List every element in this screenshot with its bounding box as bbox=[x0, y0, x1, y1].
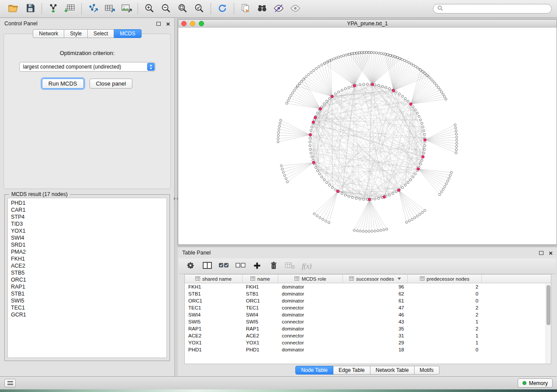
table-cell: STB1 bbox=[185, 290, 242, 297]
table-row[interactable]: SWI5SWI5connector431 bbox=[185, 318, 551, 325]
open-file-button[interactable] bbox=[5, 1, 22, 16]
delete-column-button[interactable] bbox=[268, 260, 279, 273]
tab-motifs[interactable]: Motifs bbox=[415, 366, 439, 375]
column-type-icon bbox=[250, 276, 255, 282]
tab-style[interactable]: Style bbox=[64, 29, 88, 38]
table-row[interactable]: RAP1RAP1dominator352 bbox=[185, 325, 551, 332]
tab-network-table[interactable]: Network Table bbox=[370, 366, 415, 375]
column-header-successor-nodes[interactable]: successor nodes bbox=[343, 275, 408, 283]
list-item[interactable]: SRD1 bbox=[8, 241, 166, 248]
list-item[interactable]: GCR1 bbox=[8, 311, 166, 318]
zoom-in-button[interactable] bbox=[141, 1, 158, 16]
export-image-button[interactable] bbox=[118, 1, 135, 16]
table-cell: YOX1 bbox=[242, 339, 278, 346]
find-button[interactable] bbox=[254, 1, 270, 16]
table-row[interactable]: SWI4SWI4dominator462 bbox=[185, 311, 551, 318]
window-maximize-button[interactable] bbox=[199, 21, 204, 26]
delete-table-button-disabled bbox=[284, 260, 296, 273]
float-panel-icon[interactable] bbox=[156, 22, 161, 26]
column-header-predecessor-nodes[interactable]: predecessor nodes bbox=[408, 275, 482, 283]
tab-node-table[interactable]: Node Table bbox=[295, 366, 333, 375]
list-item[interactable]: ORC1 bbox=[8, 276, 166, 283]
zoom-selected-button[interactable] bbox=[191, 1, 208, 16]
table-cell: RAP1 bbox=[185, 325, 242, 332]
list-item[interactable]: STB5 bbox=[8, 269, 166, 276]
scrollbar-thumb[interactable] bbox=[547, 285, 550, 325]
table-scrollbar[interactable] bbox=[546, 284, 551, 364]
zoom-out-button[interactable] bbox=[158, 1, 174, 16]
export-network-button[interactable] bbox=[85, 1, 101, 16]
node-table: shared name name MCDS role successo bbox=[184, 274, 551, 364]
table-row[interactable]: FKH1FKH1dominator962 bbox=[185, 283, 551, 290]
panel-splitter[interactable] bbox=[175, 18, 177, 376]
refresh-icon bbox=[217, 3, 228, 15]
float-table-panel-icon[interactable] bbox=[539, 251, 543, 255]
tab-select[interactable]: Select bbox=[88, 29, 114, 38]
table-row[interactable]: PHD1PHD1dominator180 bbox=[185, 346, 551, 353]
table-settings-button[interactable] bbox=[185, 260, 196, 273]
table-row[interactable]: ORC1ORC1dominator610 bbox=[185, 297, 551, 304]
column-header-shared-name[interactable]: shared name bbox=[185, 275, 242, 283]
import-table-button[interactable] bbox=[62, 1, 78, 16]
memory-button[interactable]: Memory bbox=[518, 378, 553, 388]
export-table-button[interactable] bbox=[101, 1, 118, 16]
save-session-button[interactable] bbox=[22, 1, 38, 16]
column-header-name[interactable]: name bbox=[242, 275, 278, 283]
close-panel-icon[interactable]: × bbox=[166, 21, 170, 27]
network-window-title: YPA_prune.txt_1 bbox=[178, 21, 557, 27]
export-network-icon bbox=[87, 3, 99, 15]
list-item[interactable]: SWI4 bbox=[8, 234, 166, 241]
table-cell: connector bbox=[278, 318, 343, 325]
list-item[interactable]: ACE2 bbox=[8, 262, 166, 269]
tab-network[interactable]: Network bbox=[33, 29, 64, 38]
criterion-select[interactable]: largest connected component (undirected) bbox=[19, 62, 156, 72]
run-mcds-button[interactable]: Run MCDS bbox=[42, 79, 84, 89]
list-item[interactable]: PMA2 bbox=[8, 248, 166, 255]
table-row[interactable]: TEC1TEC1connector472 bbox=[185, 304, 551, 311]
refresh-button[interactable] bbox=[214, 1, 231, 16]
select-all-icon bbox=[218, 261, 229, 271]
hide-selected-button[interactable] bbox=[270, 1, 287, 16]
eye-icon bbox=[290, 3, 301, 15]
import-network-button[interactable] bbox=[45, 1, 62, 16]
main-area: Control Panel × Network Style Select MCD… bbox=[0, 18, 557, 376]
zoom-fit-button[interactable] bbox=[174, 1, 191, 16]
table-toolbar: f(x) bbox=[179, 258, 556, 274]
show-columns-button[interactable] bbox=[201, 260, 213, 273]
list-item[interactable]: STB1 bbox=[8, 290, 166, 297]
close-panel-button[interactable]: Close panel bbox=[90, 79, 133, 89]
table-cell: FKH1 bbox=[185, 283, 242, 290]
clone-network-button[interactable] bbox=[237, 1, 254, 16]
eye-slash-icon bbox=[273, 3, 284, 15]
list-item[interactable]: PHD1 bbox=[8, 199, 166, 206]
show-all-button[interactable] bbox=[287, 1, 304, 16]
create-column-button[interactable] bbox=[251, 260, 263, 273]
table-row[interactable]: ACE2ACE2connector311 bbox=[185, 332, 551, 339]
table-row[interactable]: STB1STB1dominator620 bbox=[185, 290, 551, 297]
list-item[interactable]: YOX1 bbox=[8, 227, 166, 234]
tab-edge-table[interactable]: Edge Table bbox=[333, 366, 370, 375]
list-item[interactable]: CAR1 bbox=[8, 206, 166, 213]
list-item[interactable]: SWI5 bbox=[8, 297, 166, 304]
deselect-all-rows-button[interactable] bbox=[235, 260, 246, 273]
list-item[interactable]: RAP1 bbox=[8, 283, 166, 290]
column-header-mcds-role[interactable]: MCDS role bbox=[278, 275, 343, 283]
network-canvas[interactable] bbox=[178, 28, 557, 244]
mcds-result-list[interactable]: PHD1CAR1STP4TID3YOX1SWI4SRD1PMA2FKH1ACE2… bbox=[7, 198, 167, 358]
table-row[interactable]: YOX1YOX1connector291 bbox=[185, 339, 551, 346]
table-cell: connector bbox=[278, 332, 343, 339]
table-cell: 2 bbox=[408, 311, 482, 318]
list-item[interactable]: STP4 bbox=[8, 213, 166, 220]
table-cell: dominator bbox=[278, 283, 343, 290]
list-item[interactable]: FKH1 bbox=[8, 255, 166, 262]
tab-mcds[interactable]: MCDS bbox=[114, 29, 141, 38]
close-table-panel-icon[interactable]: × bbox=[549, 250, 553, 256]
window-minimize-button[interactable] bbox=[190, 21, 195, 26]
list-item[interactable]: TEC1 bbox=[8, 304, 166, 311]
window-close-button[interactable] bbox=[181, 21, 187, 26]
search-input[interactable] bbox=[445, 6, 547, 12]
status-menu-button[interactable] bbox=[4, 379, 16, 387]
table-cell: ORC1 bbox=[185, 297, 242, 304]
list-item[interactable]: TID3 bbox=[8, 220, 166, 227]
select-all-rows-button[interactable] bbox=[218, 260, 229, 273]
